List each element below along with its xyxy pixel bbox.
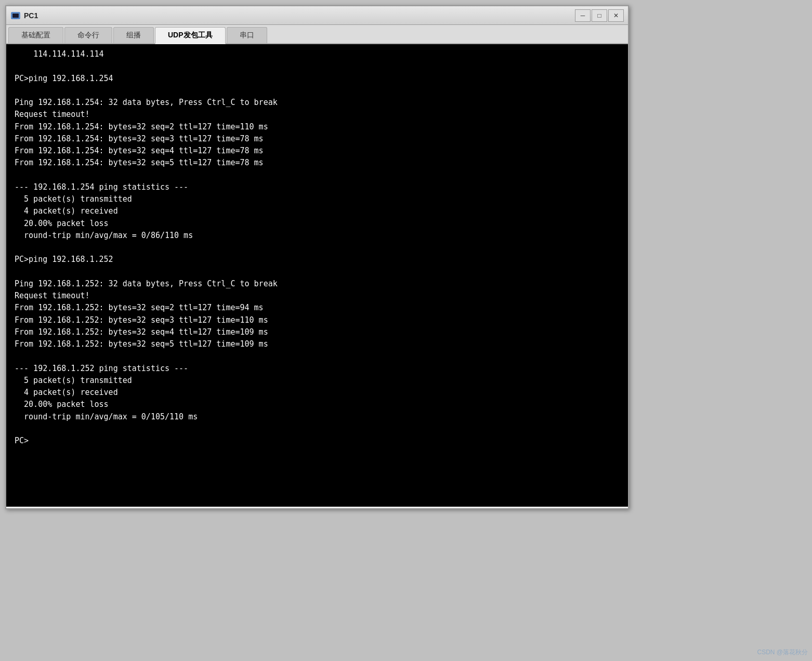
title-bar: PC1 ─ □ ✕ (6, 6, 628, 25)
terminal-wrapper: 114.114.114.114 PC>ping 192.168.1.254 Pi… (6, 44, 628, 507)
svg-rect-3 (14, 18, 17, 19)
minimize-button[interactable]: ─ (575, 9, 591, 22)
tab-udp-tool[interactable]: UDP发包工具 (155, 27, 226, 44)
svg-rect-2 (12, 18, 19, 18)
tab-bar: 基础配置 命令行 组播 UDP发包工具 串口 (6, 25, 628, 44)
window-icon (10, 10, 21, 21)
window-title: PC1 (24, 11, 575, 20)
svg-rect-1 (12, 14, 19, 18)
main-window: PC1 ─ □ ✕ 基础配置 命令行 组播 UDP发包工具 串口 114.114… (5, 5, 629, 509)
close-button[interactable]: ✕ (608, 9, 624, 22)
watermark: CSDN @落花秋分 (757, 648, 808, 657)
tab-multicast[interactable]: 组播 (113, 27, 154, 43)
terminal-output: 114.114.114.114 PC>ping 192.168.1.254 Pi… (15, 48, 620, 447)
tab-command-line[interactable]: 命令行 (64, 27, 112, 43)
tab-serial[interactable]: 串口 (227, 27, 267, 43)
terminal[interactable]: 114.114.114.114 PC>ping 192.168.1.254 Pi… (6, 44, 628, 507)
maximize-button[interactable]: □ (592, 9, 607, 22)
tab-basic-config[interactable]: 基础配置 (8, 27, 63, 43)
window-controls: ─ □ ✕ (575, 9, 624, 22)
